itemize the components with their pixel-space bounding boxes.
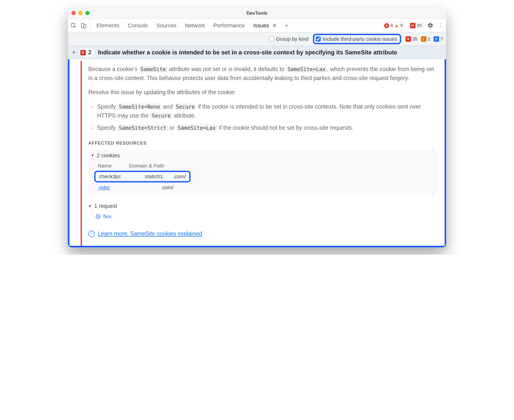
bullet-1: → Specify SameSite=None and Secure if th… xyxy=(88,102,437,120)
count-errors-value: 35 xyxy=(412,36,417,42)
issue-title: Indicate whether a cookie is intended to… xyxy=(98,48,397,56)
count-errors[interactable]: ✕ 35 xyxy=(406,36,417,42)
include-third-party-checkbox[interactable]: Include third-party cookie issues xyxy=(313,34,401,44)
cookie-domain: .com/ xyxy=(161,183,174,192)
include-third-party-input[interactable] xyxy=(316,37,321,42)
col-domain: Domain & Path xyxy=(129,162,164,170)
issues-badge[interactable]: ✕ 35 xyxy=(408,22,424,29)
issue-body: Because a cookie's SameSite attribute wa… xyxy=(68,59,446,247)
issue-kind-badge: ✕ 2 xyxy=(79,48,95,57)
window-title: DevTools xyxy=(68,10,446,16)
window-controls xyxy=(71,11,90,15)
svg-point-3 xyxy=(96,214,100,219)
warning-icon: ▲ xyxy=(394,23,399,28)
issue-content: Because a cookie's SameSite attribute wa… xyxy=(82,59,446,246)
group-by-kind-checkbox[interactable]: Group by kind xyxy=(269,36,308,42)
device-toolbar-icon[interactable] xyxy=(80,22,87,29)
count-warnings[interactable]: ! 1 xyxy=(421,36,430,42)
group-by-kind-label: Group by kind xyxy=(276,36,308,42)
tab-issues[interactable]: Issues ✕ xyxy=(253,22,277,29)
gear-icon[interactable] xyxy=(427,22,434,29)
cookies-header: 2 cookies xyxy=(97,151,120,160)
issue-description-2: Resolve this issue by updating the attri… xyxy=(88,88,437,97)
affected-resources-label: Affected Resources xyxy=(88,140,437,147)
request-name: flex xyxy=(103,212,111,221)
requests-disclosure[interactable]: ▼ 1 request xyxy=(88,202,435,210)
console-status-badge[interactable]: ✕ 6 ▲ 9 xyxy=(382,22,405,29)
page-error-icon: ✕ xyxy=(80,50,86,55)
tab-sources[interactable]: Sources xyxy=(156,22,176,29)
tab-elements[interactable]: Elements xyxy=(97,22,119,29)
cookies-table: Name Domain & Path check3pc static01. .c… xyxy=(98,162,435,193)
cookies-block: ▼ 2 cookies Name Domain & Path check3pc … xyxy=(88,149,437,195)
network-request-icon xyxy=(95,214,101,219)
zoom-window-button[interactable] xyxy=(85,11,90,15)
issue-gutter xyxy=(68,59,82,246)
issues-filter-bar: Group by kind Include third-party cookie… xyxy=(68,32,446,46)
cookies-table-header: Name Domain & Path xyxy=(98,162,435,170)
kebab-menu-icon[interactable]: ⋮ xyxy=(437,22,444,29)
requests-block: ▼ 1 request flex xyxy=(88,200,437,223)
issue-description-1: Because a cookie's SameSite attribute wa… xyxy=(88,65,437,83)
arrow-icon: → xyxy=(88,102,94,120)
error-icon: ✕ xyxy=(384,23,389,28)
cookie-row[interactable]: -gdpr .com/ xyxy=(98,182,435,193)
bullet-2: → Specify SameSite=Strict or SameSite=La… xyxy=(88,124,437,132)
minimize-window-button[interactable] xyxy=(78,11,83,15)
code-samesite-none: SameSite=None xyxy=(117,103,162,110)
chevron-down-icon[interactable]: ▼ xyxy=(72,50,76,55)
cookie-name: check3pc xyxy=(99,172,139,181)
titlebar: DevTools xyxy=(68,7,446,19)
code-samesite-lax: SameSite=Lax xyxy=(286,66,327,73)
issue-counts: ✕ 35 ! 1 7 xyxy=(406,36,443,42)
code-secure-2: Secure xyxy=(150,112,172,119)
issues-error-icon: ✕ xyxy=(410,23,415,28)
error-square-icon: ✕ xyxy=(406,36,411,42)
close-window-button[interactable] xyxy=(71,11,76,15)
tab-console[interactable]: Console xyxy=(128,22,148,29)
warning-count: 9 xyxy=(400,23,403,28)
request-row[interactable]: flex xyxy=(95,212,435,221)
cookies-disclosure[interactable]: ▼ 2 cookies xyxy=(91,151,435,160)
main-toolbar: Elements Console Sources Network Perform… xyxy=(68,19,446,32)
inspect-element-icon[interactable] xyxy=(70,22,77,29)
count-warnings-value: 1 xyxy=(428,36,430,42)
info-square-icon xyxy=(434,36,439,42)
error-count: 6 xyxy=(390,23,393,28)
cookie-name-link[interactable]: -gdpr xyxy=(98,183,138,192)
learn-more-link[interactable]: → Learn more: SameSite cookies explained xyxy=(88,229,437,238)
count-info[interactable]: 7 xyxy=(434,36,443,42)
tab-performance[interactable]: Performance xyxy=(213,22,245,29)
group-by-kind-input[interactable] xyxy=(269,37,274,42)
devtools-window: DevTools Elements Console Sources Networ… xyxy=(68,7,446,247)
code-samesite-strict: SameSite=Strict xyxy=(117,125,168,131)
arrow-icon: → xyxy=(88,124,94,132)
learn-more-text: Learn more: SameSite cookies explained xyxy=(98,229,202,238)
tab-issues-label: Issues xyxy=(253,22,269,29)
requests-header: 1 request xyxy=(94,202,117,210)
close-icon[interactable]: ✕ xyxy=(272,22,277,29)
chevron-down-icon: ▼ xyxy=(91,153,94,158)
panel-tabs: Elements Console Sources Network Perform… xyxy=(92,22,381,29)
cookie-row-highlighted[interactable]: check3pc static01. .com/ xyxy=(94,171,191,182)
count-info-value: 7 xyxy=(440,36,443,42)
code-samesite-lax-2: SameSite=Lax xyxy=(176,125,217,131)
col-name: Name xyxy=(98,162,112,170)
include-third-party-label: Include third-party cookie issues xyxy=(323,36,397,42)
cookie-domain: static01. .com/ xyxy=(145,172,186,181)
arrow-circle-icon: → xyxy=(88,231,95,237)
code-secure: Secure xyxy=(174,103,196,110)
issue-occurrence-count: 2 xyxy=(88,49,92,56)
more-tabs-icon[interactable]: » xyxy=(285,22,288,29)
issues-count: 35 xyxy=(417,23,422,28)
svg-rect-2 xyxy=(84,25,86,28)
chevron-down-icon: ▼ xyxy=(88,204,92,209)
code-samesite: SameSite xyxy=(139,66,167,73)
tab-network[interactable]: Network xyxy=(185,22,205,29)
warning-square-icon: ! xyxy=(421,36,426,42)
issue-header[interactable]: ▼ ✕ 2 Indicate whether a cookie is inten… xyxy=(68,46,446,59)
